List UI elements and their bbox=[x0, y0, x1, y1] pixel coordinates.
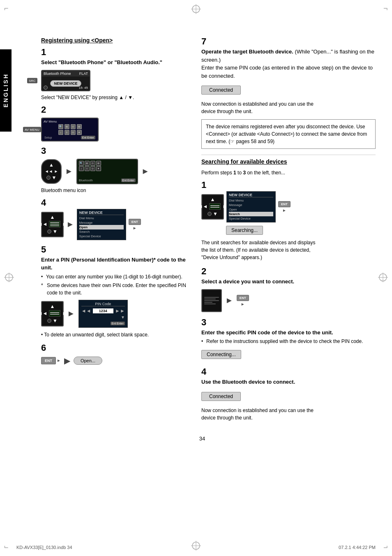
r-ent-arrow: ► bbox=[282, 208, 286, 213]
nav-down: ▼ bbox=[53, 229, 58, 234]
step-4-menu-screen: NEW DEVICE Dial Menu Message Open Search… bbox=[77, 209, 126, 240]
av-title: AV Menu bbox=[44, 120, 96, 123]
step-4-number: 4 bbox=[41, 198, 193, 207]
r-newdev-search[interactable]: Search bbox=[229, 212, 273, 216]
step-2-number: 2 bbox=[41, 105, 193, 114]
r-step-1-knob bbox=[208, 212, 212, 216]
av-icon-6: ≡ bbox=[65, 130, 69, 135]
corner-mark-br: ⌐ bbox=[383, 543, 388, 552]
right-step-3: 3 Enter the specific PIN code of the dev… bbox=[201, 318, 376, 362]
ent-btn-step4[interactable]: ENT bbox=[129, 219, 141, 225]
step-5-line-2 bbox=[50, 314, 59, 315]
ent-arrow: ► bbox=[133, 226, 137, 230]
step-3-device-display: ▲ ◄◄ ► ▼ ► bbox=[41, 159, 193, 184]
r-step-1-line2 bbox=[210, 207, 219, 208]
av-screen: AV Menu 🔍 ⊞ ⊙ ⊞ ♪ ≡ bbox=[42, 118, 98, 141]
step-1-caption: Select "NEW DEVICE" by pressing ▲ / ▼. bbox=[41, 95, 193, 100]
right-step-2-device bbox=[201, 289, 222, 312]
av-icons-row-1: 🔍 ⊞ ⊙ ⊞ bbox=[44, 124, 96, 129]
step-5-number: 5 bbox=[41, 245, 193, 254]
step-1-text: Select "Bluetooth Phone" or "Bluetooth A… bbox=[41, 58, 193, 67]
bt-icon-3: ⊙ bbox=[90, 161, 95, 166]
step-4-ent-wrapper: ENT ► bbox=[129, 219, 141, 230]
page-content: Registering using <Open> 1 Select "Bluet… bbox=[29, 37, 376, 442]
flat-label: FLAT bbox=[79, 72, 88, 76]
bt-row-2: ♪ ≡ ⊙ ✦ bbox=[79, 166, 136, 171]
step-5-menu bbox=[49, 310, 60, 317]
line-2 bbox=[204, 299, 216, 299]
pin-enter-btn[interactable]: Ent Enter bbox=[111, 322, 125, 325]
right-step-2-number: 2 bbox=[201, 267, 376, 276]
r-newdev-open: Open bbox=[229, 207, 273, 212]
r-step-2-ent-arrow: ► bbox=[241, 302, 245, 306]
right-step-3-number: 3 bbox=[201, 318, 376, 327]
pin-value[interactable]: 1234 bbox=[93, 308, 113, 313]
step-1-device-display: SRC Bluetooth Phone FLAT NEW DEVICE 15: … bbox=[41, 70, 193, 91]
line-4 bbox=[204, 302, 212, 303]
language-label: ENGLISH bbox=[2, 73, 9, 107]
r-ent-btn-step1[interactable]: ENT bbox=[278, 201, 291, 207]
step-5-pin-display: ▲ ◄◄ ► ▼ bbox=[41, 300, 193, 328]
av-icon-7: ⊙ bbox=[71, 130, 76, 135]
step-7-connected-badge: Connected bbox=[201, 86, 241, 95]
corner-mark-bl: ⌐ bbox=[4, 543, 9, 552]
step-7-sub2: Enter the same PIN code (as entered in t… bbox=[201, 65, 373, 79]
step-5-text: Enter a PIN (Personal Identification Num… bbox=[41, 256, 193, 272]
step-3-nav-row: ◄◄ ► bbox=[45, 169, 58, 174]
step-5-nav-device: ▲ ◄◄ ► ▼ bbox=[41, 301, 64, 327]
divider bbox=[201, 155, 376, 155]
step-6-ent-btn[interactable]: ENT bbox=[41, 357, 56, 364]
av-enter-btn[interactable]: Ent Enter bbox=[81, 136, 95, 139]
right-column: 7 Operate the target Bluetooth device. (… bbox=[201, 37, 376, 427]
right-step-4-now: Now connection is established and you ca… bbox=[201, 407, 376, 422]
newdev-item-open[interactable]: Open bbox=[79, 225, 124, 229]
step-1-device-wrapper: SRC Bluetooth Phone FLAT NEW DEVICE 15: … bbox=[41, 70, 90, 91]
step-5-arrow: ► bbox=[67, 309, 75, 318]
av-menu-button[interactable]: AV MENU bbox=[23, 127, 41, 132]
step-5-prev: ◄◄ bbox=[38, 310, 48, 316]
av-icon-1: 🔍 bbox=[58, 124, 63, 129]
right-step-1-menu-screen: NEW DEVICE Dial Menu Message Open Search… bbox=[226, 191, 276, 222]
newdev-item-msg: Message bbox=[79, 220, 124, 225]
step-1: 1 Select "Bluetooth Phone" or "Bluetooth… bbox=[41, 48, 193, 100]
step-5-line-1 bbox=[50, 312, 59, 313]
av-icon-4: ⊞ bbox=[77, 124, 82, 129]
av-bottom-row: Setup Ent Enter bbox=[44, 136, 96, 139]
r-step-2-arrow: ► bbox=[225, 296, 233, 305]
r-ent-btn-step2[interactable]: ENT bbox=[237, 295, 249, 301]
step-2-device-display: AV MENU AV Menu 🔍 ⊞ ⊙ ⊞ bbox=[41, 118, 193, 141]
step-4-arrow: ► bbox=[66, 220, 74, 229]
new-device-button[interactable]: NEW DEVICE bbox=[50, 80, 81, 87]
nav-prev: ◄◄ bbox=[38, 221, 48, 227]
r-newdev-msg: Message bbox=[229, 203, 273, 207]
src-button[interactable]: SRC bbox=[27, 78, 37, 83]
crosshair-right bbox=[378, 273, 388, 284]
step-3-arrow-2: ► bbox=[141, 167, 150, 176]
step-1-screen-body: NEW DEVICE 15: 45 bbox=[42, 76, 90, 90]
footer-left: KD-AVX33[E]_0130.indb 34 bbox=[16, 545, 72, 550]
r-step-1-ent-wrapper: ENT ► bbox=[278, 201, 291, 213]
step-3-caption: Bluetooth menu icon bbox=[41, 188, 193, 193]
step-7-text: Operate the target Bluetooth device. (Wh… bbox=[201, 48, 376, 80]
bt-enter-btn[interactable]: Ent Enter bbox=[121, 178, 136, 182]
step-2: 2 AV MENU AV Menu 🔍 ⊞ ⊙ bbox=[41, 105, 193, 141]
connecting-badge-wrap: Connecting... bbox=[201, 348, 376, 361]
newdev-item-special: Special Device bbox=[79, 234, 124, 239]
av-icon-8: ✦ bbox=[77, 130, 82, 135]
r-newdev-special: Special Device bbox=[229, 216, 273, 221]
pin-row: ◄◄ 1234 ►► bbox=[81, 308, 125, 314]
nav-line-3 bbox=[50, 225, 59, 226]
bt-screen: 🔍 ⊞ ⊙ ⊞ ♪ ≡ bbox=[77, 160, 137, 183]
step-5-down: ▼ bbox=[53, 318, 58, 324]
step-3-left-device: ▲ ◄◄ ► ▼ bbox=[41, 159, 62, 184]
r-newdev-dial: Dial Menu bbox=[229, 198, 273, 203]
footer: KD-AVX33[E]_0130.indb 34 07.2.1 4:44:22 … bbox=[16, 545, 376, 550]
corner-mark-tl: ⌐ bbox=[4, 4, 9, 13]
bt-icon-1: 🔍 bbox=[79, 161, 84, 166]
searching-badge: Searching... bbox=[226, 226, 263, 235]
step-7-number: 7 bbox=[201, 37, 376, 46]
step-5-bullet: You can enter any number you like (1-dig… bbox=[41, 273, 193, 280]
bt-menu-icons: 🔍 ⊞ ⊙ ⊞ bbox=[79, 161, 101, 166]
r-step-1-prev: ◄◄ bbox=[198, 204, 208, 209]
bt-icon-2: ⊞ bbox=[85, 161, 90, 166]
